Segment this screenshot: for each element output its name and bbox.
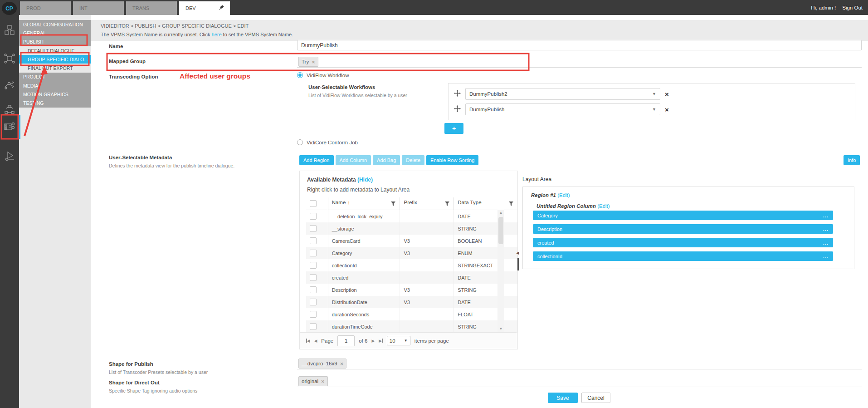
move-icon[interactable] [454,90,461,98]
sign-out-link[interactable]: Sign Out [842,5,863,10]
cell-datatype: ENUM [454,247,517,259]
move-icon[interactable] [454,105,461,114]
cell-datatype: BOOLEAN [454,235,517,247]
chip-close-icon[interactable]: × [340,361,344,367]
region-column-edit-link[interactable]: (Edit) [597,203,610,209]
chip-close-icon[interactable]: × [312,59,315,65]
region-edit-link[interactable]: (Edit) [557,192,570,198]
mapped-group-field-line [297,67,862,68]
nav-final-cut-export[interactable]: FINAL CUT EXPORT [19,64,91,72]
items-per-page-select[interactable]: 10▼ [387,336,410,345]
row-checkbox[interactable] [310,299,317,305]
vpms-here-link[interactable]: here [212,32,222,37]
layout-field-description[interactable]: Description... [533,224,833,234]
nav-global-configuration[interactable]: GLOBAL CONFIGURATION [19,20,91,29]
radio-vidiflow-workflow[interactable]: VidiFlow Workflow [297,72,349,78]
select-all-checkbox[interactable] [310,200,317,207]
row-checkbox[interactable] [310,250,317,256]
shape-publish-description: List of Transcoder Presets selectable by… [109,369,208,375]
panel-splitter[interactable] [517,258,519,270]
sync-cycle-icon[interactable] [3,103,16,116]
nav-label: MOTION GRAPHICS [23,92,68,97]
scroll-up-icon[interactable]: ▲ [497,210,504,216]
row-checkbox[interactable] [310,286,317,293]
metadata-table: Name↑ Prefix Data Type __deletion_lock_e… [306,197,517,333]
filter-icon[interactable] [444,201,450,207]
nav-testing[interactable]: TESTING [19,99,91,108]
next-page-button[interactable]: ▶ [371,339,375,343]
nav-publish[interactable]: PUBLISH [19,38,91,46]
field-options-icon[interactable]: ... [823,254,829,259]
modules-icon[interactable] [3,24,16,36]
tab-prod[interactable]: PROD [20,1,71,15]
radio-unselected-icon [297,139,303,145]
nav-group-specific-dialogue[interactable]: GROUP SPECIFIC DIALO... [19,55,91,64]
tab-trans[interactable]: TRANS [126,1,177,15]
delete-button[interactable]: Delete [402,155,424,165]
name-input[interactable] [297,40,862,50]
nav-default-dialogue[interactable]: DEFAULT DIALOGUE [19,46,91,55]
row-checkbox[interactable] [310,274,317,281]
add-region-button[interactable]: Add Region [299,155,334,165]
last-page-button[interactable]: ▶ [379,339,382,343]
prev-page-button[interactable]: ◀ [314,339,317,343]
tab-dev[interactable]: DEV [179,1,230,15]
info-button[interactable]: Info [844,155,860,165]
field-options-icon[interactable]: ... [823,226,829,232]
filter-icon[interactable] [390,201,396,207]
network-icon[interactable] [3,52,16,65]
tab-int[interactable]: INT [73,1,124,15]
remove-workflow-icon[interactable]: × [665,90,669,98]
field-options-icon[interactable]: ... [823,240,829,246]
cancel-button[interactable]: Cancel [581,393,610,403]
remove-workflow-icon[interactable]: × [665,106,669,113]
environment-tabs: PROD INT TRANS DEV [20,1,230,15]
name-label: Name [109,44,123,49]
workflow-select[interactable]: DummyPublish2 ▼ [465,88,660,100]
row-checkbox[interactable] [310,323,317,330]
enable-row-sorting-button[interactable]: Enable Row Sorting [426,155,478,165]
play-vector-icon[interactable] [3,150,16,162]
filter-icon[interactable] [508,201,514,207]
chevron-down-icon: ▼ [652,107,656,112]
chip-close-icon[interactable]: × [321,379,325,384]
nav-motion-graphics[interactable]: MOTION GRAPHICS [19,90,91,98]
table-pager: ◀ ◀ Page of 6 ▶ ▶ 10▼ items per page [300,332,517,349]
add-column-button[interactable]: Add Column [336,155,371,165]
nav-media[interactable]: MEDIA [19,81,91,90]
add-bag-button[interactable]: Add Bag [373,155,400,165]
layout-field-label: Description [537,226,562,232]
page-number-input[interactable] [337,335,355,346]
region-label: Region #1 [531,192,556,198]
video-editor-icon[interactable] [3,120,16,133]
row-checkbox[interactable] [310,237,317,244]
table-row: DistributionDateV3DATE [306,296,517,308]
first-page-button[interactable]: ◀ [306,339,310,343]
row-checkbox[interactable] [310,262,317,269]
workflows-description: List of VidiFlow Workflows selectable by… [308,93,407,98]
shape-publish-label: Shape for Publish [109,361,153,367]
row-checkbox[interactable] [310,311,317,318]
scroll-down-icon[interactable]: ▼ [497,326,504,332]
panel-collapse-icon[interactable]: ◀ [516,251,519,255]
workflow-select[interactable]: DummyPublish ▼ [465,103,660,115]
workflows-box: DummyPublish2 ▼ × DummyPublish ▼ × [448,83,855,120]
layout-field-collectionid[interactable]: collectionId... [533,251,833,261]
table-scrollbar[interactable]: ▲ ▼ [497,210,504,332]
field-options-icon[interactable]: ... [823,213,829,218]
nav-project[interactable]: PROJECT [19,73,91,81]
layout-field-created[interactable]: created... [533,238,833,247]
row-checkbox[interactable] [310,213,317,220]
radio-vidicore-conform-job[interactable]: VidiCore Conform Job [297,139,358,145]
panel-hint: Right-click to add metadata to Layout Ar… [307,187,410,193]
cell-name: Description [328,284,400,296]
hide-link[interactable]: (Hide) [357,177,373,183]
row-checkbox[interactable] [310,225,317,232]
routing-icon[interactable] [3,79,16,91]
nav-general[interactable]: GENERAL [19,29,91,37]
scrollbar-thumb[interactable] [498,217,503,244]
add-workflow-button[interactable]: + [444,123,463,134]
main-content: VIDIEDITOR > PUBLISH > GROUP SPECIFIC DI… [91,15,868,408]
save-button[interactable]: Save [548,393,578,403]
layout-field-category[interactable]: Category... [533,211,833,220]
